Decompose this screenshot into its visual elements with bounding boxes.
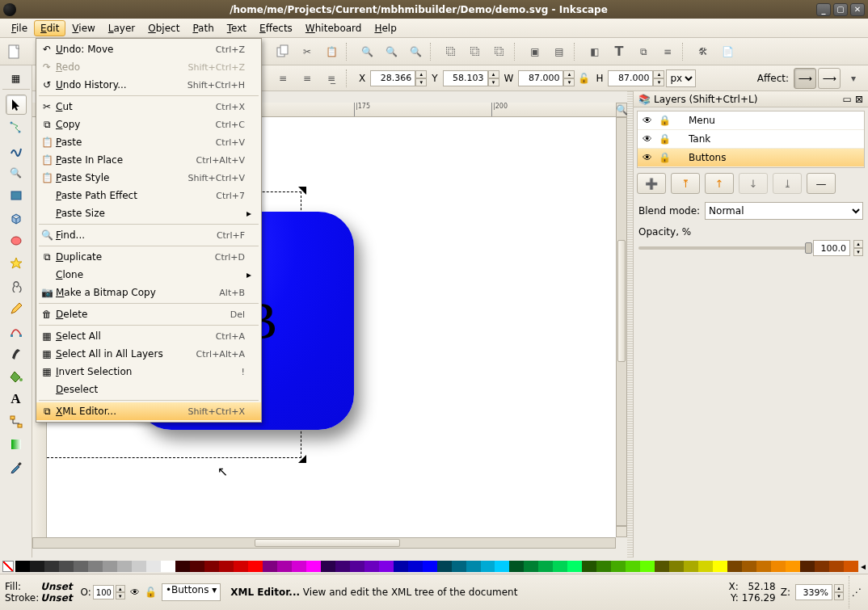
opacity-value[interactable]: 100.0 [813,240,850,256]
hscroll-thumb[interactable] [255,539,400,547]
menu-view[interactable]: View [65,20,101,36]
selector-tool[interactable] [6,95,27,115]
lock-aspect-button[interactable]: 🔓 [576,73,591,84]
ellipse-tool[interactable] [6,230,27,250]
menu-object[interactable]: Object [141,20,186,36]
layer-lock-icon[interactable]: 🔒 [659,152,671,163]
layer-lock-icon[interactable]: 🔓 [145,587,157,598]
menu-item-paste-size[interactable]: Paste Size▸ [36,204,261,222]
palette-swatch[interactable] [335,561,350,572]
zoom-up[interactable]: ▴ [834,584,844,592]
palette-swatch[interactable] [350,561,364,572]
layer-lock-icon[interactable]: 🔒 [659,133,671,145]
opacity-slider-thumb[interactable] [805,242,812,254]
y-down[interactable]: ▾ [488,78,499,86]
palette-swatch[interactable] [452,561,466,572]
preferences-button[interactable]: 🛠 [692,40,714,63]
connector-tool[interactable] [6,411,27,431]
w-input[interactable] [518,70,563,86]
palette-swatch[interactable] [161,561,175,572]
horizontal-scrollbar[interactable] [32,537,616,549]
palette-swatch[interactable] [829,561,844,572]
palette-swatch[interactable] [263,561,277,572]
palette-swatch[interactable] [234,561,248,572]
text-dialog-button[interactable]: T [608,40,630,63]
current-layer-selector[interactable]: •Buttons ▾ [162,583,221,601]
raise-button[interactable]: ≡ [272,67,294,90]
palette-swatch[interactable] [175,561,190,572]
blend-mode-select[interactable]: Normal [705,202,863,220]
h-up[interactable]: ▴ [653,70,664,78]
palette-swatch[interactable] [190,561,204,572]
layer-up-button[interactable]: ↑ [705,173,734,194]
palette-swatch[interactable] [74,561,88,572]
menu-item-paste[interactable]: 📋PasteCtrl+V [36,133,261,151]
palette-swatch[interactable] [364,561,379,572]
affect-corners-button[interactable]: ⟶ [818,68,841,89]
lower-bottom-button[interactable]: ≡̲ [320,67,343,90]
opacity-down[interactable]: ▾ [853,248,863,256]
palette-swatch[interactable] [800,561,815,572]
layer-bottom-button[interactable]: ⤓ [773,173,802,194]
palette-swatch[interactable] [437,561,452,572]
palette-swatch[interactable] [248,561,263,572]
opacity-down[interactable]: ▾ [116,592,125,599]
palette-menu-button[interactable]: ◂ [858,561,868,572]
menu-item-make-a-bitmap-copy[interactable]: 📷Make a Bitmap CopyAlt+B [36,284,261,301]
menu-whiteboard[interactable]: Whiteboard [299,20,369,36]
h-input[interactable] [608,70,653,86]
panel-close-button[interactable]: ⊠ [855,94,863,105]
palette-swatch[interactable] [786,561,800,572]
palette-swatch[interactable] [596,561,611,572]
palette-swatch[interactable] [582,561,596,572]
menu-item-delete[interactable]: 🗑DeleteDel [36,305,261,323]
copy-button[interactable] [272,40,294,63]
palette-swatch[interactable] [88,561,103,572]
palette-swatch[interactable] [379,561,394,572]
affect-stroke-button[interactable]: ⟶ [794,68,816,89]
x-down[interactable]: ▾ [415,78,427,86]
lower-button[interactable]: ≡ [296,67,318,90]
palette-swatch[interactable] [146,561,161,572]
layer-remove-button[interactable]: — [807,173,836,194]
layer-visibility-icon[interactable]: 👁 [643,133,652,145]
clone-button[interactable]: ⿻ [464,40,487,63]
palette-swatch[interactable] [567,561,582,572]
fill-stroke-button[interactable]: ◧ [584,40,606,63]
menu-item-select-all-in-all-layers[interactable]: ▦Select All in All LayersCtrl+Alt+A [36,345,261,363]
menu-item-clone[interactable]: Clone▸ [36,266,261,284]
palette-swatch[interactable] [321,561,335,572]
palette-swatch[interactable] [423,561,437,572]
palette-swatch[interactable] [306,561,321,572]
layer-row-menu[interactable]: 👁🔒Menu [638,111,864,130]
dropper-tool[interactable] [6,456,27,477]
menu-item-find[interactable]: 🔍Find...Ctrl+F [36,226,261,244]
palette-swatch[interactable] [59,561,74,572]
ungroup-button[interactable]: ▤ [548,40,571,63]
palette-swatch[interactable] [277,561,292,572]
palette-swatch[interactable] [771,561,786,572]
palette-swatch[interactable] [103,561,117,572]
palette-swatch[interactable] [626,561,640,572]
menu-item-xml-editor[interactable]: ⧉XML Editor...Shift+Ctrl+X [36,402,261,420]
palette-swatch[interactable] [509,561,524,572]
paste-button[interactable]: 📋 [320,40,343,63]
palette-swatch[interactable] [481,561,495,572]
zoom-tool[interactable]: 🔍 [6,162,27,183]
panel-iconify-button[interactable]: ▭ [843,94,852,105]
menu-item-paste-in-place[interactable]: 📋Paste In PlaceCtrl+Alt+V [36,151,261,169]
x-input[interactable] [370,70,415,86]
document-properties-button[interactable]: 📄 [716,40,739,63]
vertical-scrollbar[interactable] [616,117,627,526]
new-document-button[interactable] [3,40,26,63]
layer-row-buttons[interactable]: 👁🔒Buttons [638,149,864,167]
palette-swatch[interactable] [524,561,538,572]
palette-swatch[interactable] [756,561,771,572]
bezier-tool[interactable] [6,321,27,341]
window-minimize-button[interactable]: _ [816,3,831,16]
pencil-tool[interactable] [6,298,27,318]
palette-swatch[interactable] [553,561,567,572]
menu-item-duplicate[interactable]: ⧉DuplicateCtrl+D [36,248,261,266]
palette-swatch[interactable] [844,561,858,572]
palette-swatch[interactable] [669,561,684,572]
